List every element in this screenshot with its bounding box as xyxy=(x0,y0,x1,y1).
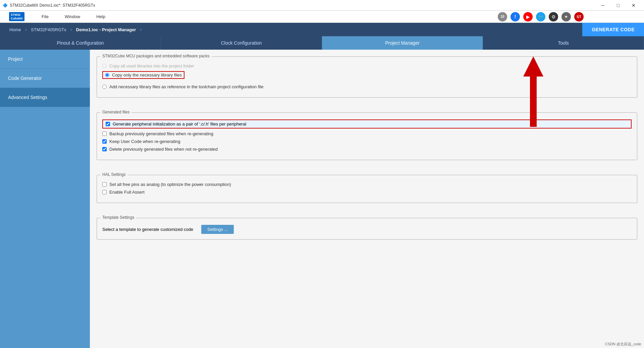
gen-option-backup[interactable]: Backup previously generated files when r… xyxy=(102,131,632,136)
tabbar: Pinout & Configuration Clock Configurati… xyxy=(0,36,644,50)
breadcrumb: Home › STM32F405RGTx › Demo1.ioc - Proje… xyxy=(0,23,644,36)
mcu-radio-reference[interactable] xyxy=(102,85,107,89)
sidebar-item-advanced-settings[interactable]: Advanced Settings xyxy=(0,88,90,107)
facebook-icon[interactable]: f xyxy=(511,12,520,21)
sidebar-item-project[interactable]: Project xyxy=(0,50,90,69)
version-icon: 10 xyxy=(498,12,507,21)
template-settings-description: Select a template to generate customized… xyxy=(102,227,193,232)
titlebar-controls: ─ □ ✕ xyxy=(595,0,641,11)
minimize-button[interactable]: ─ xyxy=(595,0,610,11)
breadcrumb-arrow-3: › xyxy=(140,27,142,33)
mcu-option-all[interactable]: Copy all used libraries into the project… xyxy=(102,63,632,68)
template-settings-border: Template Settings Select a template to g… xyxy=(97,218,637,240)
mcu-radio-necessary[interactable] xyxy=(105,73,109,77)
gen-checkbox-peripheral[interactable] xyxy=(106,122,110,126)
hal-settings-title: HAL Settings xyxy=(100,172,128,177)
generate-code-button[interactable]: GENERATE CODE xyxy=(582,23,644,36)
st-icon[interactable]: ST xyxy=(574,12,584,21)
template-settings-row: Select a template to generate customized… xyxy=(102,225,632,234)
mcu-option-reference[interactable]: Add necessary library files as reference… xyxy=(102,84,632,89)
titlebar-title: 🔷 STM32CubeMX Demo1.ioc*: STM32F405RGTx xyxy=(3,3,95,8)
generated-files-border: Generated files Generate peripheral init… xyxy=(97,112,637,160)
sidebar: Project Code Generator Advanced Settings xyxy=(0,50,90,348)
gen-checkbox-keep-user-code[interactable] xyxy=(102,139,107,144)
hal-checkbox-analog[interactable] xyxy=(102,182,107,187)
gen-checkbox-backup[interactable] xyxy=(102,132,107,136)
mcu-packages-border: STM32Cube MCU packages and embedded soft… xyxy=(97,56,637,98)
breadcrumb-home[interactable]: Home xyxy=(5,27,25,32)
mcu-necessary-outline: Copy only the necessary library files xyxy=(102,71,184,79)
breadcrumb-current[interactable]: Demo1.ioc - Project Manager xyxy=(72,27,140,32)
hal-settings-section: HAL Settings Set all free pins as analog… xyxy=(90,167,644,210)
hal-option-analog[interactable]: Set all free pins as analog (to optimize… xyxy=(102,182,632,187)
mcu-packages-options: Copy all used libraries into the project… xyxy=(102,63,632,89)
content-area: STM32Cube MCU packages and embedded soft… xyxy=(90,50,644,348)
hal-checkbox-assert[interactable] xyxy=(102,190,107,194)
hal-settings-border: HAL Settings Set all free pins as analog… xyxy=(97,175,637,203)
menu-help[interactable]: Help xyxy=(88,11,113,23)
template-settings-section: Template Settings Select a template to g… xyxy=(90,210,644,246)
app-icon: 🔷 xyxy=(3,3,8,8)
breadcrumb-device[interactable]: STM32F405RGTx xyxy=(27,27,70,32)
gen-option-peripheral[interactable]: Generate peripheral initialization as a … xyxy=(102,119,632,129)
hal-option-assert[interactable]: Enable Full Assert xyxy=(102,190,632,195)
logo: STM32 CubeMX xyxy=(0,11,34,23)
template-settings-title: Template Settings xyxy=(100,215,136,220)
menu-items: File Window Help xyxy=(34,11,113,23)
watermark: CSDN @北辰远_code xyxy=(605,342,641,347)
maximize-button[interactable]: □ xyxy=(610,0,626,11)
mcu-option-necessary[interactable]: Copy only the necessary library files xyxy=(102,71,184,79)
youtube-icon[interactable]: ▶ xyxy=(523,12,533,21)
mcu-packages-title: STM32Cube MCU packages and embedded soft… xyxy=(100,54,212,58)
gen-option-delete[interactable]: Delete previously generated files when n… xyxy=(102,147,632,152)
menu-window[interactable]: Window xyxy=(57,11,88,23)
twitter-icon[interactable]: 🐦 xyxy=(536,12,545,21)
menubar: STM32 CubeMX File Window Help 10 f ▶ 🐦 ⚙… xyxy=(0,11,644,23)
close-button[interactable]: ✕ xyxy=(626,0,641,11)
tab-clock[interactable]: Clock Configuration xyxy=(161,36,322,50)
hal-settings-options: Set all free pins as analog (to optimize… xyxy=(102,182,632,195)
settings-button[interactable]: Settings ... xyxy=(201,225,234,234)
mcu-radio-all[interactable] xyxy=(102,64,107,68)
gen-checkbox-delete[interactable] xyxy=(102,147,107,151)
gen-option-keep-user-code[interactable]: Keep User Code when re-generating xyxy=(102,139,632,144)
main-area: Project Code Generator Advanced Settings… xyxy=(0,50,644,348)
menu-file[interactable]: File xyxy=(34,11,57,23)
titlebar: 🔷 STM32CubeMX Demo1.ioc*: STM32F405RGTx … xyxy=(0,0,644,11)
tab-project-manager[interactable]: Project Manager xyxy=(322,36,483,50)
generated-files-options: Generate peripheral initialization as a … xyxy=(102,119,632,152)
tab-tools[interactable]: Tools xyxy=(483,36,644,50)
generated-files-title: Generated files xyxy=(100,110,131,114)
generated-files-section: Generated files Generate peripheral init… xyxy=(90,104,644,167)
tab-pinout[interactable]: Pinout & Configuration xyxy=(0,36,161,50)
star-icon[interactable]: ✦ xyxy=(561,12,571,21)
social-icons: 10 f ▶ 🐦 ⚙ ✦ ST xyxy=(498,12,590,21)
sidebar-item-code-generator[interactable]: Code Generator xyxy=(0,69,90,88)
github-icon[interactable]: ⚙ xyxy=(549,12,558,21)
mcu-packages-section: STM32Cube MCU packages and embedded soft… xyxy=(90,50,644,104)
